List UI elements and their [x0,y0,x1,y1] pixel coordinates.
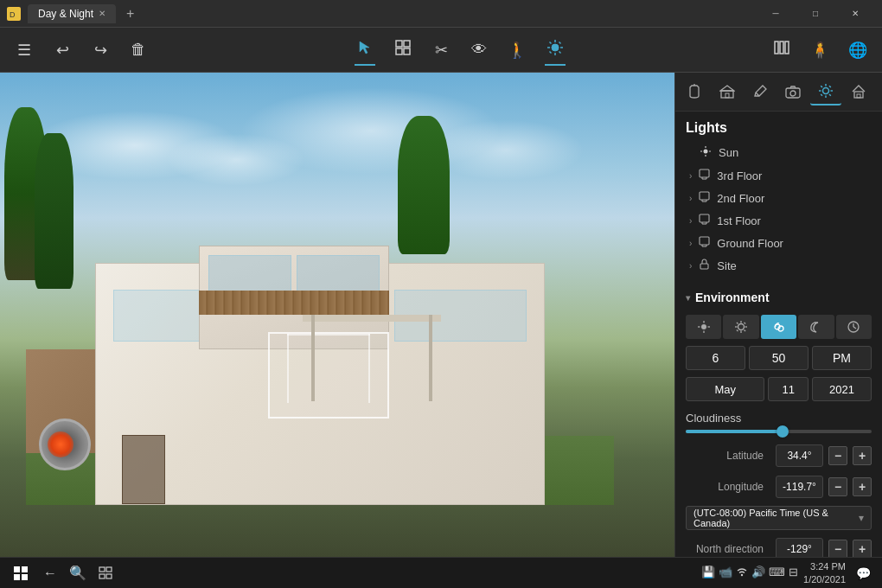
env-mode-night[interactable] [798,315,834,339]
close-button[interactable]: ✕ [835,0,875,28]
undo-button[interactable]: ↩ [45,33,80,67]
panel-structure-icon[interactable] [712,78,743,105]
main-content: Lights Sun › 3rd Floor › 2nd Floor › [0,73,882,557]
cloudiness-slider-row [675,428,882,440]
notification-center-button[interactable]: 💬 [851,561,875,585]
env-mode-cloudy[interactable] [761,315,796,339]
taskbar-search-button[interactable]: 🔍 [66,561,90,585]
taskbar-pinned-apps: ← 🔍 [38,561,118,585]
eye-icon: 👁 [471,41,487,59]
volume-tray-icon[interactable]: 🔊 [751,566,765,580]
menu-button[interactable]: ☰ [7,33,42,67]
panel-bucket-icon[interactable] [679,78,710,105]
panel-pencil-icon[interactable] [745,78,776,105]
longitude-decrease-button[interactable]: − [828,477,847,496]
delete-button[interactable]: 🗑 [121,33,156,67]
person-button[interactable]: 🧍 [802,33,837,67]
person-icon: 🧍 [810,41,829,60]
panel-sun-icon[interactable] [810,78,841,105]
timezone-dropdown[interactable]: (UTC-08:00) Pacific Time (US & Canada) ▾ [686,506,872,530]
time-input-row: 6 50 PM [675,342,882,374]
longitude-value[interactable]: -119.7° [776,476,823,498]
time-minute-field[interactable]: 50 [749,346,808,370]
3d-viewport[interactable] [0,73,674,557]
latitude-increase-button[interactable]: + [853,446,872,465]
battery-tray-icon[interactable]: ⊟ [789,566,798,580]
latitude-label: Latitude [686,450,770,462]
scissors-tool-button[interactable]: ✂ [424,33,458,67]
keyboard-tray-icon[interactable]: ⌨ [769,566,785,580]
light-2nd-floor[interactable]: › 2nd Floor [675,187,882,209]
date-month-field[interactable]: May [686,377,764,401]
env-mode-sun[interactable] [723,315,758,339]
north-direction-value[interactable]: -129° [776,538,823,557]
eye-tool-button[interactable]: 👁 [462,33,496,67]
latitude-row: Latitude 34.4° − + [675,440,882,471]
env-collapse-icon: ▾ [686,293,690,303]
sun-tool-button[interactable] [538,33,572,67]
env-mode-bright[interactable] [686,315,721,339]
time-ampm-field[interactable]: PM [812,346,872,370]
taskbar-back-button[interactable]: ← [38,561,62,585]
longitude-increase-button[interactable]: + [853,477,872,496]
cloudiness-label: Cloudiness [675,405,882,428]
svg-line-32 [829,86,831,87]
taskbar-task-view-button[interactable] [93,561,118,585]
dropdown-arrow-icon: ▾ [859,512,864,524]
timezone-dropdown-row: (UTC-08:00) Pacific Time (US & Canada) ▾ [675,502,882,534]
light-site[interactable]: › Site [675,254,882,277]
cloudiness-slider-thumb[interactable] [777,425,789,438]
svg-line-70 [745,323,746,324]
time-hour-field[interactable]: 6 [686,346,745,370]
walk-tool-button[interactable]: 🚶 [500,33,534,67]
svg-line-14 [550,52,552,54]
wifi-tray-icon[interactable] [736,566,748,580]
svg-rect-17 [785,42,789,54]
env-mode-clock[interactable] [836,315,872,339]
floor-label: 1st Floor [717,214,761,227]
cloudiness-slider-track[interactable] [686,430,872,433]
save-tray-icon[interactable]: 💾 [701,566,715,580]
tab-close-button[interactable]: ✕ [99,9,105,18]
system-clock[interactable]: 3:24 PM 1/20/2021 [803,560,846,585]
svg-rect-78 [22,566,28,572]
svg-rect-53 [700,237,709,245]
date-year-field[interactable]: 2021 [812,377,872,401]
edit-mode-button[interactable] [386,33,420,67]
panel-home-icon[interactable] [843,78,874,105]
library-button[interactable] [764,33,799,67]
maximize-button[interactable]: □ [796,0,835,28]
svg-point-25 [823,88,829,94]
latitude-value[interactable]: 34.4° [776,444,823,467]
latitude-decrease-button[interactable]: − [828,446,847,465]
date-day-field[interactable]: 11 [768,377,808,401]
light-3rd-floor[interactable]: › 3rd Floor [675,164,882,187]
environment-section-header[interactable]: ▾ Environment [675,284,882,311]
north-direction-decrease-button[interactable]: − [828,540,847,557]
svg-point-63 [738,324,745,330]
sun-light-label: Sun [719,146,738,159]
minimize-button[interactable]: ─ [756,0,796,28]
light-ground-floor[interactable]: › Ground Floor [675,232,882,254]
camera-tray-icon[interactable]: 📹 [719,566,732,580]
panel-camera-icon[interactable] [777,78,808,105]
globe-button[interactable]: 🌐 [840,33,875,67]
sun-light-icon [700,145,712,160]
svg-rect-80 [22,574,28,580]
sun-light-item[interactable]: Sun [675,141,882,164]
redo-button[interactable]: ↪ [83,33,118,67]
delete-icon: 🗑 [131,41,146,59]
start-button[interactable] [7,559,35,587]
svg-rect-19 [721,91,733,98]
pergola [303,315,441,401]
panel-icon-toolbar [675,73,882,112]
select-tool-button[interactable] [348,33,382,67]
active-tab[interactable]: Day & Night ✕ [28,4,116,23]
new-tab-button[interactable]: + [126,6,134,22]
svg-line-30 [821,86,822,87]
north-direction-increase-button[interactable]: + [853,540,872,557]
taskbar-right-area: 💾 📹 🔊 ⌨ ⊟ 3:24 PM 1/20/2021 💬 [701,560,875,585]
longitude-row: Longitude -119.7° − + [675,471,882,502]
light-1st-floor[interactable]: › 1st Floor [675,209,882,232]
floor-label: 2nd Floor [717,192,764,205]
